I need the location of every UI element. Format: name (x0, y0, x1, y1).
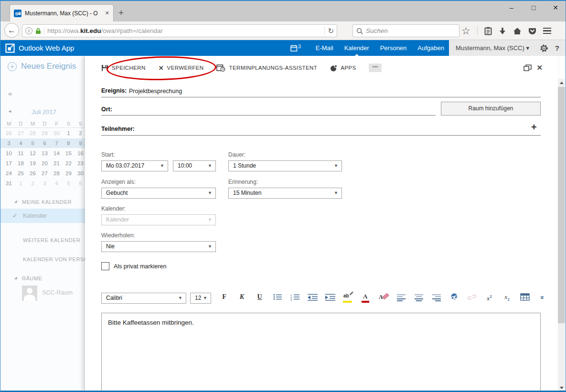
minimize-button[interactable]: – (508, 4, 515, 11)
mini-calendar-day[interactable]: 26 (27, 170, 39, 176)
mini-calendar-day[interactable]: 18 (15, 160, 27, 166)
decrease-indent-icon[interactable] (307, 293, 318, 303)
reload-icon[interactable]: ↻ (328, 27, 334, 35)
save-button[interactable]: SPEICHERN (101, 64, 146, 72)
prev-month-icon[interactable]: ◄ (8, 109, 12, 114)
mini-calendar-day[interactable]: 10 (3, 150, 15, 156)
mini-calendar-day[interactable]: 7 (51, 140, 63, 146)
message-body-editor[interactable]: Bitte Kaffeetassen mitbringen. (101, 313, 541, 392)
mini-calendar-day[interactable]: 4 (51, 180, 63, 186)
add-attendee-button[interactable]: + (531, 122, 537, 133)
apps-button[interactable]: APPS (330, 64, 356, 72)
nav-personen[interactable]: Personen (380, 44, 407, 52)
mini-calendar-day[interactable]: 30 (75, 170, 85, 176)
repeat-dropdown[interactable]: Nie▼ (101, 241, 216, 252)
url-bar[interactable]: i https://owa.kit.edu/owa/#path=/calenda… (22, 24, 337, 37)
bold-icon[interactable]: F (219, 293, 230, 303)
mini-calendar-day[interactable]: 20 (39, 160, 51, 166)
calendar-notification-badge[interactable]: 3 (290, 44, 301, 52)
scheduling-assistant-button[interactable]: TERMINPLANUNGS-ASSISTENT (216, 64, 317, 72)
private-checkbox[interactable] (101, 262, 109, 270)
discard-button[interactable]: ✕ VERWERFEN (159, 64, 204, 72)
mini-calendar-day[interactable]: 14 (51, 150, 63, 156)
new-event-button[interactable]: + Neues Ereignis (8, 62, 76, 71)
window-close-button[interactable]: ✕ (552, 4, 559, 11)
month-title[interactable]: Juli 2017 (32, 108, 56, 116)
nav-email[interactable]: E-Mail (316, 44, 333, 52)
bullet-list-icon[interactable] (272, 293, 283, 303)
expand-triangle-icon[interactable]: ◢ (14, 200, 17, 203)
event-title-input[interactable]: Projektbesprechung (129, 88, 182, 95)
mini-calendar-day[interactable]: 13 (39, 150, 51, 156)
numbered-list-icon[interactable]: 123 (289, 293, 300, 303)
maximize-button[interactable]: □ (530, 4, 537, 11)
scroll-up-button[interactable] (558, 79, 565, 87)
site-info-icon[interactable]: i (25, 27, 32, 34)
sidebar-item-scc-raum[interactable]: SCC-Raum (42, 289, 73, 296)
remove-link-icon[interactable] (466, 293, 477, 303)
close-compose-icon[interactable]: ✕ (536, 64, 543, 72)
font-size-dropdown[interactable]: 12▼ (190, 293, 211, 304)
subscript-icon[interactable]: x2 (502, 293, 513, 303)
menu-icon[interactable] (543, 28, 551, 34)
search-input[interactable] (366, 27, 456, 34)
align-left-icon[interactable] (395, 293, 406, 303)
vertical-scrollbar[interactable] (558, 79, 565, 392)
nav-kalender[interactable]: Kalender (344, 44, 369, 52)
settings-gear-icon[interactable] (540, 44, 548, 53)
back-button[interactable]: ← (4, 23, 19, 38)
clipboard-icon[interactable] (484, 27, 492, 35)
mini-calendar-day[interactable]: 28 (27, 130, 39, 136)
mini-calendar-day[interactable]: 2 (75, 130, 85, 136)
user-menu[interactable]: Mustermann, Max (SCC) ▾ ? (449, 40, 566, 56)
mini-calendar-day[interactable]: 16 (75, 150, 85, 156)
highlight-icon[interactable]: ab (342, 293, 353, 303)
mini-calendar-day[interactable]: 3 (39, 180, 51, 186)
insert-link-icon[interactable] (449, 293, 459, 303)
scrollbar-thumb[interactable] (558, 87, 565, 323)
browser-tab[interactable]: o Mustermann, Max (SCC) - O ✕ (10, 4, 114, 21)
expand-triangle-icon[interactable]: ◢ (14, 276, 17, 280)
mini-calendar-day[interactable]: 8 (63, 140, 75, 146)
italic-icon[interactable]: K (236, 293, 247, 303)
reminder-dropdown[interactable]: 15 Minuten▼ (228, 188, 342, 199)
browser-search[interactable] (352, 24, 459, 37)
underline-icon[interactable]: U (254, 293, 265, 303)
superscript-icon[interactable]: x2 (484, 293, 495, 303)
mini-calendar-day[interactable]: 28 (51, 170, 63, 176)
mini-calendar-day[interactable]: 27 (39, 170, 51, 176)
new-tab-button[interactable]: + (118, 7, 124, 19)
mini-calendar-day[interactable]: 9 (75, 140, 85, 146)
sidebar-group-other-calendars[interactable]: WEITERE KALENDER (23, 237, 80, 243)
collapse-sidebar-button[interactable]: « (8, 89, 12, 97)
align-right-icon[interactable] (431, 293, 442, 303)
mini-calendar-day[interactable]: 26 (3, 130, 15, 136)
font-family-dropdown[interactable]: Calibri▼ (101, 293, 186, 304)
mini-calendar-day[interactable]: 19 (27, 160, 39, 166)
show-as-dropdown[interactable]: Gebucht▼ (101, 188, 216, 199)
mini-calendar-day[interactable]: 29 (63, 170, 75, 176)
mini-calendar-day[interactable]: 22 (63, 160, 75, 166)
sidebar-item-kalender[interactable]: ✓ Kalender (0, 209, 85, 223)
align-center-icon[interactable] (413, 293, 424, 303)
font-color-icon[interactable]: A (360, 293, 371, 303)
more-options-button[interactable]: ••• (369, 64, 382, 72)
mini-calendar-day[interactable]: 15 (63, 150, 75, 156)
mini-calendar-day[interactable]: 12 (27, 150, 39, 156)
mini-calendar-day[interactable]: 27 (15, 130, 27, 136)
mini-calendar-day[interactable]: 4 (15, 140, 27, 146)
mini-calendar-day[interactable]: 21 (51, 160, 63, 166)
mini-calendar-day[interactable]: 6 (39, 140, 51, 146)
increase-indent-icon[interactable] (325, 293, 336, 303)
url-text[interactable]: https://owa.kit.edu/owa/#path=/calendar (47, 27, 321, 34)
add-room-button[interactable]: Raum hinzufügen (441, 102, 541, 116)
mini-calendar-day[interactable]: 2 (27, 180, 39, 186)
sidebar-group-people-calendars[interactable]: KALENDER VON PERSONEN (23, 256, 85, 262)
mini-calendar-day[interactable]: 3 (3, 140, 15, 146)
clear-formatting-icon[interactable]: A (378, 293, 389, 303)
duration-dropdown[interactable]: 1 Stunde▼ (228, 160, 342, 171)
mini-calendar-day[interactable]: 31 (3, 180, 15, 186)
nav-aufgaben[interactable]: Aufgaben (417, 44, 444, 52)
start-time-dropdown[interactable]: 10:00▼ (173, 160, 216, 171)
mini-calendar-day[interactable]: 24 (3, 170, 15, 176)
